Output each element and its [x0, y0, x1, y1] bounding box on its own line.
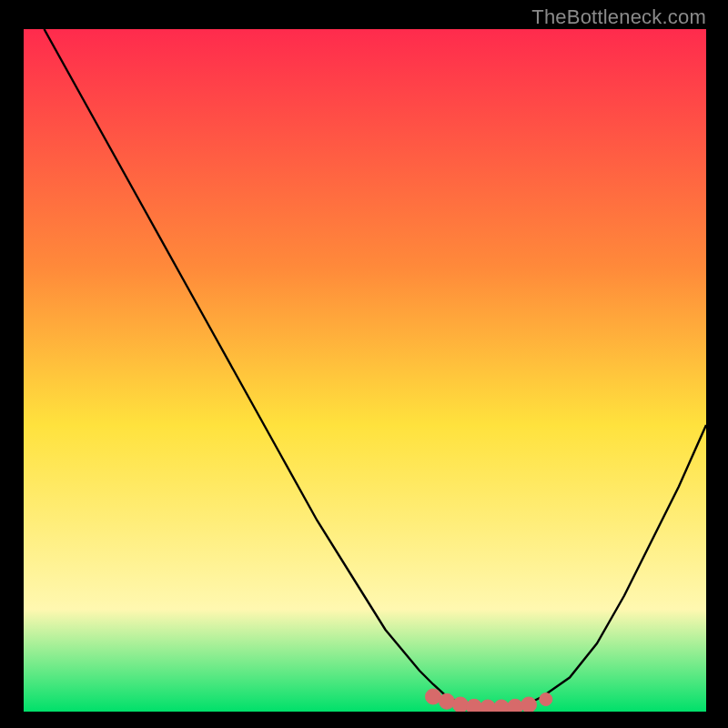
marker-dot: [453, 697, 469, 712]
chart-frame: TheBottleneck.com: [0, 0, 728, 728]
marker-dot: [426, 689, 441, 704]
marker-dot: [480, 700, 496, 712]
marker-dot: [521, 697, 537, 712]
marker-dot: [494, 700, 510, 712]
gradient-background: [24, 29, 706, 712]
marker-dot: [540, 693, 552, 706]
marker-dot: [440, 693, 455, 709]
plot-area: [24, 29, 706, 712]
bottleneck-chart: [24, 29, 706, 712]
marker-dot: [508, 699, 523, 712]
marker-dot: [467, 699, 482, 712]
watermark-label: TheBottleneck.com: [531, 5, 706, 29]
